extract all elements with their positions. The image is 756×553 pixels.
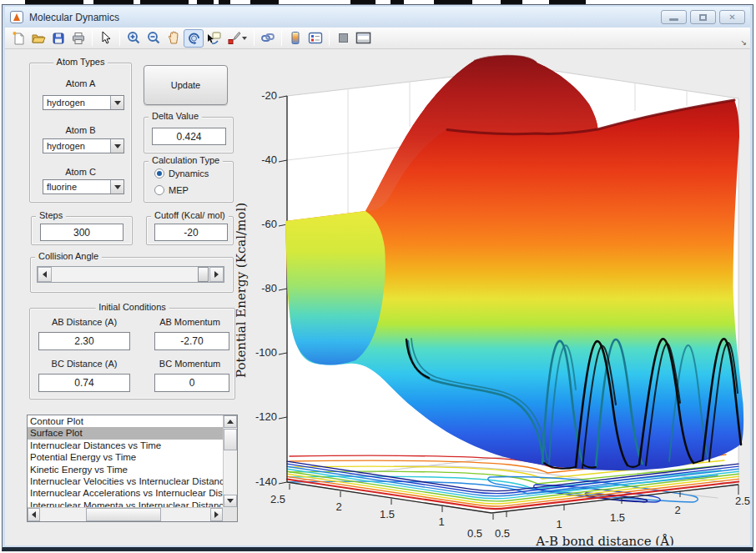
radio-unselected-icon[interactable]	[154, 185, 164, 195]
atom-b-value: hydrogen	[43, 141, 110, 151]
z-tick-labels: -20 -40 -60 -80 -100 -120 -140	[255, 89, 277, 488]
link-plot-button[interactable]	[258, 29, 278, 48]
radio-dynamics[interactable]: Dynamics	[154, 168, 209, 178]
bc-momentum-label: BC Momentum	[150, 359, 229, 369]
atom-c-dropdown-button[interactable]	[110, 180, 123, 194]
pointer-tool-button[interactable]	[96, 29, 116, 48]
window-title: Molecular Dynamics	[29, 12, 119, 23]
ab-momentum-field[interactable]: -2.70	[154, 332, 229, 350]
toolbar-separator	[329, 30, 330, 46]
chevron-down-icon	[114, 144, 121, 148]
y-axis-label: Potential Energy (Kcal/mol)	[234, 203, 249, 378]
maximize-button[interactable]	[690, 10, 716, 24]
radio-selected-icon[interactable]	[154, 168, 164, 178]
radio-mep[interactable]: MEP	[154, 185, 189, 195]
new-file-button[interactable]	[8, 29, 28, 48]
delta-value-field[interactable]: 0.424	[152, 128, 226, 145]
slider-right-arrow[interactable]	[209, 267, 224, 282]
ab-distance-field[interactable]: 2.30	[38, 332, 130, 350]
slider-left-arrow[interactable]	[38, 267, 52, 282]
hide-plot-tools-button[interactable]	[333, 29, 353, 48]
list-item[interactable]: Contour Plot	[28, 415, 223, 427]
collision-angle-slider[interactable]	[37, 266, 224, 283]
svg-text:-60: -60	[261, 218, 277, 230]
pan-tool-button[interactable]	[164, 29, 184, 48]
print-button[interactable]	[68, 29, 88, 48]
ab-momentum-label: AB Momentum	[150, 317, 229, 327]
steps-title: Steps	[36, 210, 66, 220]
toolbar-separator	[254, 30, 255, 46]
brush-dropdown-caret[interactable]	[242, 37, 247, 40]
zoom-in-icon	[127, 31, 141, 45]
svg-text:-140: -140	[255, 475, 277, 488]
data-cursor-button[interactable]	[204, 29, 224, 48]
svg-text:2.5: 2.5	[270, 493, 285, 505]
rotate-3d-icon	[187, 31, 201, 45]
zoom-out-button[interactable]	[144, 29, 164, 48]
list-item[interactable]: Internuclear Accelerations vs Internucle…	[28, 487, 223, 499]
toolbar-overflow-icon[interactable]: ↘	[740, 38, 747, 47]
zoom-in-button[interactable]	[123, 29, 144, 48]
insert-legend-button[interactable]	[305, 29, 325, 48]
steps-field[interactable]: 300	[40, 224, 123, 241]
calculation-type-title: Calculation Type	[149, 155, 223, 165]
show-plot-tools-button[interactable]	[353, 29, 373, 48]
list-item[interactable]: Potential Energy vs Time	[28, 451, 223, 463]
list-item[interactable]: Internuclear Momenta vs Internuclear Dis…	[28, 500, 223, 507]
slider-thumb[interactable]	[198, 267, 209, 282]
scroll-right-button[interactable]	[210, 508, 223, 521]
atom-b-label: Atom B	[30, 125, 131, 135]
close-button[interactable]: ✕	[719, 10, 745, 24]
minimize-button[interactable]	[661, 10, 687, 24]
slider-track[interactable]	[52, 267, 209, 282]
new-file-icon	[12, 31, 26, 45]
collision-angle-title: Collision Angle	[35, 251, 102, 261]
svg-text:-80: -80	[261, 282, 277, 294]
initial-conditions-panel: Initial Conditions AB Distance (A) AB Mo…	[29, 308, 235, 400]
plot-type-listbox[interactable]: Contour Plot Surface Plot Internuclear D…	[27, 415, 238, 522]
open-file-button[interactable]	[28, 29, 48, 48]
scroll-up-button[interactable]	[224, 415, 237, 428]
scroll-down-button[interactable]	[224, 495, 237, 507]
rotate-3d-button[interactable]	[184, 29, 204, 48]
bc-momentum-field[interactable]: 0	[154, 374, 229, 392]
horizontal-scroll-thumb[interactable]	[86, 508, 161, 521]
scroll-left-button[interactable]	[28, 508, 40, 521]
list-item[interactable]: Internuclear Velocities vs Internuclear …	[28, 475, 223, 487]
list-item[interactable]: Internuclear Distances vs Time	[28, 440, 223, 451]
close-icon: ✕	[728, 13, 735, 22]
arrow-left-icon	[43, 271, 47, 278]
bc-distance-label: BC Distance (A)	[38, 359, 130, 369]
brush-icon	[227, 31, 241, 45]
horizontal-scrollbar[interactable]	[28, 507, 223, 521]
list-item-selected[interactable]: Surface Plot	[28, 427, 223, 439]
vertical-scroll-thumb[interactable]	[224, 429, 237, 450]
brush-data-button[interactable]	[224, 29, 250, 48]
save-button[interactable]	[48, 29, 68, 48]
title-bar[interactable]: Molecular Dynamics ✕	[5, 7, 750, 28]
insert-colorbar-button[interactable]	[285, 29, 305, 48]
pan-hand-icon	[167, 31, 180, 45]
matlab-app-icon	[10, 11, 23, 23]
calculation-type-panel: Calculation Type Dynamics MEP	[144, 161, 234, 203]
atom-a-dropdown[interactable]: hydrogen	[43, 95, 124, 110]
cutoff-title: Cutoff (Kcal/ mol)	[151, 210, 229, 220]
svg-text:2: 2	[674, 504, 680, 516]
svg-text:2: 2	[335, 500, 341, 513]
bc-distance-field[interactable]: 0.74	[38, 374, 130, 392]
atom-b-dropdown[interactable]: hydrogen	[43, 138, 124, 153]
arrow-up-icon	[227, 420, 234, 424]
ab-distance-label: AB Distance (A)	[38, 317, 130, 327]
hide-plot-tools-icon	[337, 32, 350, 44]
atom-c-dropdown[interactable]: fluorine	[43, 179, 124, 194]
cutoff-field[interactable]: -20	[154, 224, 228, 241]
minimize-icon	[669, 18, 678, 21]
collision-angle-panel: Collision Angle	[30, 257, 234, 293]
screenshot-root: Molecular Dynamics ✕	[0, 0, 756, 553]
atom-b-dropdown-button[interactable]	[110, 139, 123, 153]
arrow-down-icon	[227, 499, 234, 503]
update-button[interactable]: Update	[144, 65, 228, 105]
list-item[interactable]: Kinetic Energy vs Time	[28, 464, 223, 475]
atom-a-dropdown-button[interactable]	[110, 96, 123, 109]
vertical-scrollbar[interactable]	[223, 415, 237, 507]
